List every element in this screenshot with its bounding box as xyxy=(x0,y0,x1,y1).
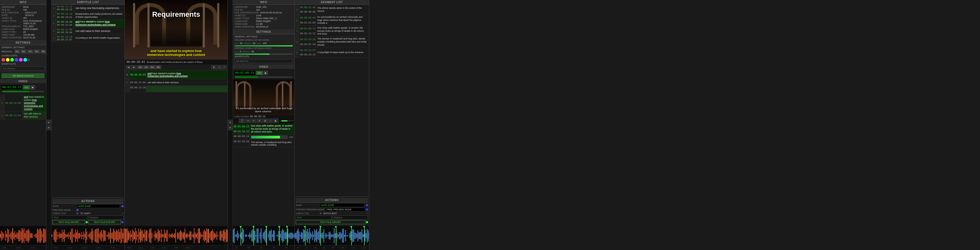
right-checktcs-row: CHECK TCS BATCH EDIT » xyxy=(296,212,368,215)
main-region-btns: R2 R3 R4 R5 xyxy=(137,66,161,69)
right-seg-row-6[interactable]: 6 00:00:54:05 00:01:01:03 It's surrounde… xyxy=(295,15,369,26)
main-timecode: 00:00:28:01 xyxy=(126,60,145,64)
main-subtitle-text: Broadcasters and media producers are awa… xyxy=(147,61,202,63)
right-shortcut-input[interactable] xyxy=(234,59,293,63)
right-seg-row-1[interactable]: 00:01:08:23 00:01:14:12 One shop sells l… xyxy=(233,124,294,135)
main-icon-btn-2[interactable]: ≡ xyxy=(217,65,221,69)
left-progress-fill xyxy=(2,91,29,92)
left-progress-bar[interactable] xyxy=(2,91,44,92)
right-audio-btn-2[interactable]: ✂ xyxy=(245,119,251,123)
left-play-btn[interactable]: ▶ xyxy=(30,85,35,90)
mid-sub-row-7[interactable]: 7 00:00:34:18 00:00:37:07 According to t… xyxy=(51,35,124,42)
main-region-r5[interactable]: R5 xyxy=(156,66,161,69)
main-preview-panel: Requirements and have started to explore… xyxy=(125,0,228,250)
main-region-r4[interactable]: R4 xyxy=(150,66,155,69)
right-audio-btn-5[interactable]: ⊞ xyxy=(262,119,268,123)
right-seg-timeline: 10 20 30 40 50 1:00 1:10 1:20 xyxy=(295,245,369,250)
mid-sub-row-5[interactable]: 5 00:00:28:09 00:00:32:04 and have start… xyxy=(51,19,124,27)
main-region-r2[interactable]: R2 xyxy=(137,66,143,69)
mid-export-indicator xyxy=(121,221,124,223)
main-region-r3[interactable]: R3 xyxy=(143,66,149,69)
main-edit-row-5[interactable]: 5 00:00:28:09 and have started to explor… xyxy=(125,71,228,79)
right-church-preview: It's surrounded by an arched colonnade a… xyxy=(233,79,294,114)
right-find-input[interactable] xyxy=(296,215,331,220)
right-find-row xyxy=(296,215,368,220)
mid-sub-row-6[interactable]: 6 00:00:32:04 00:00:34:04 can add value … xyxy=(51,27,124,35)
right-forced-preview-row: FORCED PREVIEW MODE FREE PREVIEW MODE xyxy=(296,208,368,212)
right-seg-waveform xyxy=(295,226,369,245)
set-default-shortcuts-btn[interactable]: Set default shortcuts xyxy=(2,74,45,78)
mid-sub-row-4[interactable]: 4 00:00:24:14 00:00:28:01 Broadcasters a… xyxy=(51,12,124,19)
mid-waveform xyxy=(51,226,124,245)
main-icon-btn-3[interactable]: + xyxy=(222,65,226,69)
right-go-btn[interactable]: GO xyxy=(256,71,263,75)
mid-actions-title: ACTIONS xyxy=(52,199,124,204)
right-progress-bar[interactable] xyxy=(235,76,292,78)
right-vol-slider[interactable] xyxy=(281,120,291,122)
mid-find-input[interactable] xyxy=(52,215,88,220)
char-color-blue xyxy=(15,58,18,62)
mid-subtitle-list: 3 00:00:21:22 00:00:24:14 can bring new … xyxy=(51,5,124,197)
right-nav-up-btn[interactable]: ▲ xyxy=(228,120,233,125)
right-seg-row-7[interactable]: 7 00:01:08:23 00:01:14:12 One shop sells… xyxy=(295,26,369,37)
right-save-row: SAVE AUTO SAVE xyxy=(296,204,368,207)
region-r4[interactable]: R4 xyxy=(34,50,40,53)
main-waveform xyxy=(125,226,228,245)
right-seg-row-3[interactable]: 00:02:58:20 The woman, in headscarf and … xyxy=(233,140,294,147)
nav-up-btn[interactable]: ▲ xyxy=(46,120,52,125)
main-preview-title: Requirements xyxy=(152,10,200,19)
mid-replace-input[interactable] xyxy=(89,215,124,220)
right-seg-title: SEGMENT LIST xyxy=(295,0,369,5)
right-info-waveform xyxy=(233,226,294,245)
mid-import-export-row: TEXT FILE IMPORT TEXT FILE EXPORT xyxy=(52,220,124,224)
add-char-btn[interactable]: + xyxy=(28,58,30,62)
right-vol-ctrl: − + xyxy=(279,120,293,122)
mid-preview-indicator xyxy=(76,209,78,211)
main-prev-btn[interactable]: ◀ xyxy=(126,65,131,69)
main-edit-area: 5 00:00:28:09 and have started to explor… xyxy=(125,71,228,226)
main-icon-btn-1[interactable]: ⊞ xyxy=(211,65,216,69)
right-audio-btn-1[interactable]: 🎵 xyxy=(239,119,245,123)
right-settings-block: GENERAL SETTINGS VOLUME LEVELS OF AD AUD… xyxy=(233,34,294,65)
region-r1[interactable]: R1 xyxy=(14,50,20,53)
right-replace-input[interactable] xyxy=(332,215,368,220)
main-video-preview: Requirements and have started to explore… xyxy=(125,0,228,59)
right-nav-down-btn[interactable]: ▼ xyxy=(228,125,233,130)
main-subtitle-overlay: and have started to explore howimmersive… xyxy=(147,49,205,57)
right-video-section: 00:01:09:15 GO ▶ xyxy=(233,69,294,79)
right-audio-btn-3[interactable]: ↩ xyxy=(251,119,256,123)
right-nav-arrows: ▲ ▼ xyxy=(228,0,233,250)
mid-import-btn[interactable]: TEXT FILE IMPORT xyxy=(52,220,85,224)
char-color-pink xyxy=(19,58,23,62)
left-settings-title: SETTINGS xyxy=(0,40,46,45)
left-waveform-canvas xyxy=(0,226,46,245)
region-r3[interactable]: R3 xyxy=(27,50,33,53)
right-seg-row-9[interactable]: 9 00:03:26:07 00:03:29:22 A long flight … xyxy=(295,47,369,58)
right-seg-row-5[interactable]: 5 00:00:45:04 00:00:48:04 The shrine sta… xyxy=(295,5,369,15)
right-audio-btn-4[interactable]: ✕ xyxy=(257,119,262,123)
right-actions-section: ACTIONS SAVE AUTO SAVE FORCED PREVIEW MO… xyxy=(295,196,369,226)
left-timecode: 00:02:59:17 xyxy=(1,85,22,90)
nav-down-btn[interactable]: ▼ xyxy=(46,125,52,130)
main-edit-row-6[interactable]: 6 00:00:32:04 can add value to their ser… xyxy=(125,79,228,86)
right-info-timeline: 10 20 30 40 50 1:00 1:10 xyxy=(233,245,294,250)
left-video-title: VIDEO xyxy=(0,79,46,83)
right-audio-btn-7[interactable]: ▶ xyxy=(273,119,278,123)
region-r5[interactable]: R5 xyxy=(41,50,46,53)
shortcut-input[interactable] xyxy=(2,66,45,71)
mid-export-btn[interactable]: TEXT FILE EXPORT xyxy=(88,220,121,224)
right-play-btn[interactable]: ▶ xyxy=(264,71,268,75)
right-timecode: 00:01:09:15 xyxy=(234,71,255,75)
region-r2[interactable]: R2 xyxy=(21,50,27,53)
left-sub-row-6[interactable]: 6 00:00:32:04 can add value to their ser… xyxy=(0,112,46,119)
right-actions-title: ACTIONS xyxy=(296,198,368,203)
mid-find-row xyxy=(52,215,124,220)
right-seg-row-8[interactable]: 8 00:02:58:20 00:03:07:14 The woman in h… xyxy=(295,37,369,47)
left-sub-row-5[interactable]: 5 00:00:28:09 and have started to explor… xyxy=(0,95,46,112)
main-next-btn[interactable]: ▶ xyxy=(132,65,137,69)
mid-sub-row-3[interactable]: 3 00:00:21:22 00:00:24:14 can bring new … xyxy=(51,5,124,12)
right-import-btn[interactable]: TEXT FILE IMPORT xyxy=(296,220,366,224)
right-audio-btn-6[interactable]: ○ xyxy=(268,119,273,123)
right-volume-sliders: Low 30 Medium 60 High 100 xyxy=(234,42,293,45)
left-go-btn[interactable]: GO xyxy=(23,85,30,90)
